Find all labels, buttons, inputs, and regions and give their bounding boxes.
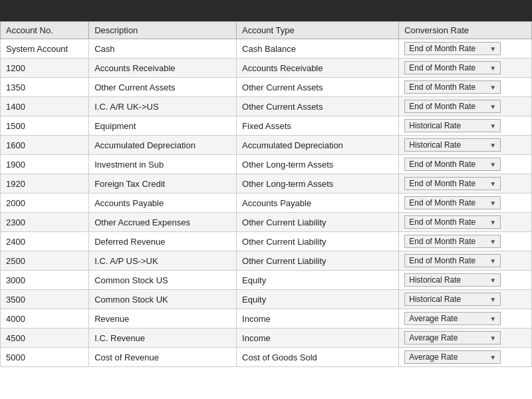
conversion-rate-label: Historical Rate (409, 140, 461, 150)
conversion-rate-dropdown[interactable]: Average Rate▼ (404, 331, 501, 344)
dropdown-arrow-icon: ▼ (489, 315, 496, 323)
conversion-rate-dropdown[interactable]: Average Rate▼ (404, 312, 501, 325)
dropdown-arrow-icon: ▼ (489, 277, 496, 284)
cell-desc: Cash (89, 39, 237, 59)
col-header-desc: Description (89, 22, 237, 39)
cell-desc: Other Accrued Expenses (89, 213, 237, 232)
conversion-rate-dropdown[interactable]: End of Month Rate▼ (404, 254, 501, 267)
conversion-table: Account No. Description Account Type Con… (0, 21, 532, 367)
cell-conv-rate: End of Month Rate▼ (399, 39, 532, 59)
cell-acct-type: Cost of Goods Sold (237, 348, 399, 367)
conversion-rate-dropdown[interactable]: Average Rate▼ (404, 350, 501, 364)
conversion-rate-label: End of Month Rate (409, 256, 475, 265)
cell-acct-no: 6000 (1, 367, 89, 368)
cell-acct-type: Equity (237, 271, 399, 290)
cell-acct-no: 1350 (1, 78, 89, 97)
conversion-rate-dropdown[interactable]: Historical Rate▼ (404, 119, 501, 132)
table-row: 1200Accounts ReceivableAccounts Receivab… (1, 59, 532, 78)
conversion-rate-label: End of Month Rate (409, 82, 475, 92)
cell-conv-rate: End of Month Rate▼ (399, 78, 532, 97)
conversion-rate-label: Average Rate (409, 352, 458, 362)
cell-conv-rate: End of Month Rate▼ (399, 155, 532, 174)
conversion-rate-dropdown[interactable]: End of Month Rate▼ (404, 196, 501, 209)
cell-desc: I.C. A/R UK->US (89, 97, 237, 116)
cell-desc: Common Stock US (89, 271, 237, 290)
conversion-rate-dropdown[interactable]: End of Month Rate▼ (404, 158, 501, 171)
conversion-rate-label: Historical Rate (409, 295, 461, 304)
cell-acct-no: 3000 (1, 271, 89, 290)
conversion-rate-dropdown[interactable]: End of Month Rate▼ (404, 80, 501, 94)
conversion-rate-label: End of Month Rate (409, 102, 475, 111)
cell-acct-type: Fixed Assets (237, 116, 399, 136)
conversion-rate-dropdown[interactable]: End of Month Rate▼ (404, 61, 501, 74)
cell-acct-type: Accounts Receivable (237, 59, 399, 78)
dropdown-arrow-icon: ▼ (489, 296, 496, 303)
table-row: 2300Other Accrued ExpensesOther Current … (1, 213, 532, 232)
table-row: 2000Accounts PayableAccounts PayableEnd … (1, 194, 532, 213)
cell-acct-type: Expense (237, 367, 399, 368)
col-header-acct-type: Account Type (237, 22, 399, 39)
cell-desc: I.C. Revenue (89, 329, 237, 348)
cell-desc: Accounts Receivable (89, 59, 237, 78)
table-row: 4000RevenueIncomeAverage Rate▼ (1, 309, 532, 329)
conversion-rate-label: End of Month Rate (409, 237, 475, 246)
conversion-rate-dropdown[interactable]: End of Month Rate▼ (404, 42, 501, 55)
cell-acct-type: Cash Balance (237, 39, 399, 59)
cell-acct-type: Other Current Liability (237, 251, 399, 271)
cell-acct-type: Accumulated Depreciation (237, 136, 399, 155)
conversion-rate-dropdown[interactable]: End of Month Rate▼ (404, 100, 501, 113)
cell-conv-rate: Average Rate▼ (399, 309, 532, 329)
conversion-rate-label: End of Month Rate (409, 179, 475, 188)
cell-desc: Accounts Payable (89, 194, 237, 213)
table-container: Account No. Description Account Type Con… (0, 21, 532, 367)
conversion-rate-dropdown[interactable]: End of Month Rate▼ (404, 177, 501, 190)
conversion-rate-label: Historical Rate (409, 121, 461, 130)
cell-acct-no: 2500 (1, 251, 89, 271)
cell-acct-type: Other Long-term Assets (237, 155, 399, 174)
cell-desc: Foreign Tax Credit (89, 174, 237, 194)
table-row: 6000SalaryExpenseAverage Rate▼ (1, 367, 532, 368)
table-row: 2400Deferred RevenueOther Current Liabil… (1, 232, 532, 251)
table-row: 1400I.C. A/R UK->USOther Current AssetsE… (1, 97, 532, 116)
table-row: 1920Foreign Tax CreditOther Long-term As… (1, 174, 532, 194)
cell-acct-type: Other Current Liability (237, 213, 399, 232)
conversion-rate-label: End of Month Rate (409, 44, 475, 53)
cell-desc: Equipment (89, 116, 237, 136)
conversion-rate-dropdown[interactable]: End of Month Rate▼ (404, 215, 501, 229)
cell-desc: Investment in Sub (89, 155, 237, 174)
conversion-rate-dropdown[interactable]: Historical Rate▼ (404, 138, 501, 152)
table-row: 3000Common Stock USEquityHistorical Rate… (1, 271, 532, 290)
conversion-rate-dropdown[interactable]: Historical Rate▼ (404, 293, 501, 306)
dropdown-arrow-icon: ▼ (489, 122, 496, 130)
dropdown-arrow-icon: ▼ (489, 334, 496, 342)
cell-conv-rate: End of Month Rate▼ (399, 194, 532, 213)
table-row: 2500I.C. A/P US->UKOther Current Liabili… (1, 251, 532, 271)
table-row: System AccountCashCash BalanceEnd of Mon… (1, 39, 532, 59)
cell-conv-rate: Average Rate▼ (399, 367, 532, 368)
cell-acct-type: Income (237, 329, 399, 348)
cell-acct-no: 1900 (1, 155, 89, 174)
dropdown-arrow-icon: ▼ (489, 180, 496, 188)
table-row: 5000Cost of RevenueCost of Goods SoldAve… (1, 348, 532, 367)
cell-desc: I.C. A/P US->UK (89, 251, 237, 271)
conversion-rate-dropdown[interactable]: Historical Rate▼ (404, 273, 501, 287)
dropdown-arrow-icon: ▼ (489, 219, 496, 226)
cell-desc: Cost of Revenue (89, 348, 237, 367)
col-header-acct-no: Account No. (1, 22, 89, 39)
cell-acct-no: 1600 (1, 136, 89, 155)
conversion-rate-label: End of Month Rate (409, 217, 475, 227)
page-header (0, 0, 532, 21)
table-row: 1500EquipmentFixed AssetsHistorical Rate… (1, 116, 532, 136)
cell-acct-no: 2300 (1, 213, 89, 232)
table-body: System AccountCashCash BalanceEnd of Mon… (1, 39, 532, 368)
cell-conv-rate: Historical Rate▼ (399, 136, 532, 155)
cell-acct-no: 3500 (1, 290, 89, 309)
conversion-rate-dropdown[interactable]: End of Month Rate▼ (404, 235, 501, 248)
cell-conv-rate: Historical Rate▼ (399, 271, 532, 290)
cell-acct-no: 4500 (1, 329, 89, 348)
cell-desc: Revenue (89, 309, 237, 329)
cell-acct-type: Income (237, 309, 399, 329)
col-header-conv-rate: Conversion Rate (399, 22, 532, 39)
cell-conv-rate: Average Rate▼ (399, 329, 532, 348)
cell-acct-no: 2000 (1, 194, 89, 213)
